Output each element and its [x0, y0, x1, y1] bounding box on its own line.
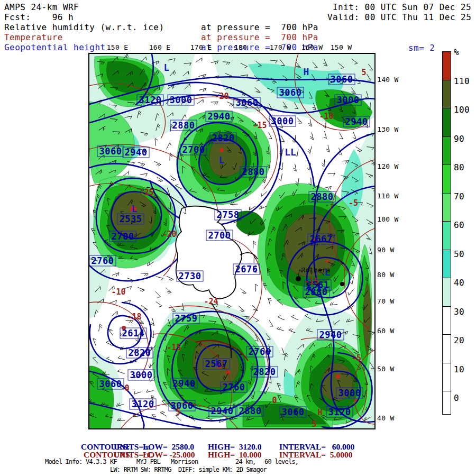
height-contour-label: 2676	[233, 264, 260, 275]
height-contour-label: 2667	[308, 234, 335, 245]
colorbar-segment	[442, 334, 451, 363]
temperature-contour-label: 5	[176, 407, 180, 417]
height-contour-label: 2880	[309, 191, 336, 203]
model-info-radiation: LW: RRTM SW: RRTMG	[110, 466, 171, 473]
temperature-contour-label: -20	[162, 230, 176, 239]
temperature-contour-label: 5	[312, 419, 316, 429]
colorbar-tick-label: 0	[454, 393, 459, 403]
colorbar-tick-label: 70	[454, 191, 464, 201]
height-contour-label: 2940	[171, 378, 198, 389]
field-1-level: at pressure = 700 hPa	[201, 22, 318, 32]
height-contour-label: 3060	[169, 400, 196, 411]
colorbar-unit: %	[454, 47, 459, 57]
height-contour-label: 2880	[303, 287, 330, 298]
longitude-tick-label: 120 W	[377, 162, 399, 170]
temperature-contour-label: H	[317, 408, 322, 417]
longitude-tick-label: 140 W	[377, 76, 399, 84]
height-contour-label: 3060	[277, 87, 304, 98]
colorbar-segment	[442, 221, 451, 250]
longitude-tick-label: 80 W	[377, 271, 395, 279]
height-contour-label: 3060	[328, 74, 355, 85]
longitude-tick-label: 40 W	[377, 414, 395, 422]
pressure-center-mark: L	[215, 357, 221, 368]
forecast-hour: Fcst: 96 h	[4, 12, 74, 22]
colorbar-tick-label: 100	[454, 105, 470, 115]
colorbar-segment	[442, 306, 451, 335]
colorbar-tick-label: 110	[454, 76, 470, 86]
longitude-tick-label: 150 E	[107, 43, 129, 51]
colorbar-segment	[442, 164, 451, 194]
colorbar-segment	[442, 363, 451, 392]
height-contour-label: 2730	[177, 271, 204, 282]
height-contour-label: 3120	[137, 95, 164, 106]
colorbar-tick-label: 80	[454, 162, 464, 172]
height-contour-label: 2880	[240, 167, 267, 178]
temperature-contour-label: 5	[361, 68, 366, 77]
pressure-center-mark: L	[219, 154, 225, 166]
field-2-level: at pressure = 700 hPa	[201, 32, 318, 42]
map-panel: 3120300030603060306030002940300028802820…	[88, 53, 376, 429]
smoothing-label: sm= 2	[408, 43, 435, 53]
field-3-name: Geopotential height	[4, 42, 106, 52]
height-contour-label: 2820	[126, 347, 153, 359]
field-2-name: Temperature	[4, 32, 63, 42]
temperature-contour-label: -5	[352, 353, 361, 363]
colorbar-segment	[442, 278, 451, 307]
longitude-tick-label: 180	[234, 43, 247, 51]
longitude-tick-label: 60 W	[377, 327, 395, 335]
temperature-contour-label: -5	[349, 198, 358, 208]
colorbar	[442, 52, 451, 415]
longitude-tick-label: 50 W	[377, 365, 395, 373]
height-contour-label: 3120	[326, 407, 353, 418]
colorbar-tick-label: 90	[454, 133, 464, 143]
height-contour-label: 2614	[120, 328, 147, 339]
height-contour-label: 2758	[215, 209, 242, 221]
temperature-contour-label: -20	[214, 91, 228, 101]
model-info-microphys: Morrison	[171, 458, 198, 465]
temperature-contour-label: -10	[319, 112, 333, 121]
height-contour-label: 3060	[97, 379, 124, 390]
temperature-contour-label: -24	[204, 297, 218, 306]
height-contour-label: 2700	[109, 231, 136, 242]
field-1-name: Relative humidity (w.r.t. ice)	[4, 22, 164, 32]
height-contour-label: 2940	[206, 111, 233, 122]
colorbar-segment	[442, 391, 451, 415]
height-contour-label: 3000	[269, 116, 296, 127]
longitude-tick-label: 160 E	[149, 43, 171, 51]
temperature-contour-label: -15	[304, 277, 318, 286]
height-contour-label: 2760	[221, 382, 248, 393]
height-contour-label: 2940	[209, 406, 236, 417]
height-contour-label: 2820	[251, 367, 278, 378]
colorbar-tick-label: 40	[454, 278, 464, 288]
height-contour-label: 2880	[237, 406, 264, 417]
longitude-tick-label: 70 W	[377, 297, 395, 305]
height-contour-label: 2820	[210, 133, 237, 144]
height-contour-label: 3000	[335, 95, 362, 106]
init-time: Init: 00 UTC Sun 07 Dec 25	[333, 2, 471, 12]
model-info-diffusion: DIFF: simple KM: 2D Smagor	[178, 466, 267, 473]
height-contour-label: 3000	[128, 370, 155, 381]
temperature-contour-label: 0	[272, 396, 277, 405]
height-contour-label: 3000	[336, 388, 363, 399]
amps-wrf-plot-page: AMPS 24-km WRF Init: 00 UTC Sun 07 Dec 2…	[0, 0, 476, 476]
height-contour-label: 2880	[170, 120, 197, 131]
model-info-pbl: MYJ PBL	[136, 458, 160, 465]
colorbar-segment	[442, 250, 451, 279]
height-contour-label: 2940	[123, 147, 150, 158]
valid-time: Valid: 00 UTC Thu 11 Dec 25	[327, 12, 471, 22]
pressure-center-mark: H	[304, 66, 309, 77]
longitude-tick-label: 150 W	[331, 43, 352, 51]
height-contour-label: 2940	[317, 329, 344, 341]
colorbar-segment	[442, 80, 451, 109]
model-info-version: Model Info: V4.3.3	[45, 458, 106, 465]
height-contour-label: 2700	[206, 230, 233, 241]
temperature-contour-label: -10	[111, 287, 125, 297]
height-contour-label: 2760	[246, 346, 273, 358]
station-label: Rothera	[301, 266, 331, 274]
colorbar-segment	[442, 51, 451, 80]
height-contour-label: 2700	[180, 144, 207, 155]
height-contour-label: 3060	[97, 146, 124, 157]
temperature-contour-label: -15	[252, 121, 267, 130]
height-contour-label: 3060	[280, 407, 307, 418]
model-info-grid: 24 km,	[235, 458, 256, 465]
